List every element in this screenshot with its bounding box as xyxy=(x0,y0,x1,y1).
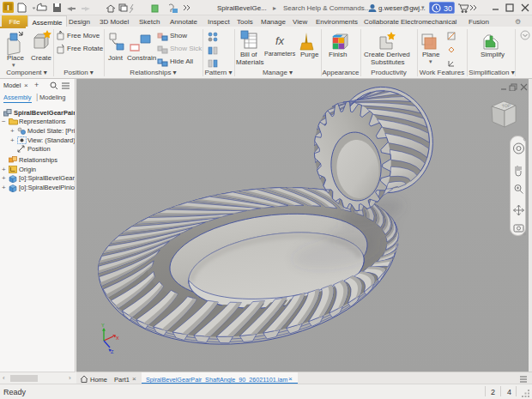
svg-text:fx: fx xyxy=(275,34,285,47)
svg-text:Z: Z xyxy=(111,349,114,354)
svg-text:I: I xyxy=(7,3,9,12)
svg-text:Y: Y xyxy=(101,323,105,328)
svg-text:TOP: TOP xyxy=(502,103,511,109)
svg-text:X: X xyxy=(116,336,119,341)
